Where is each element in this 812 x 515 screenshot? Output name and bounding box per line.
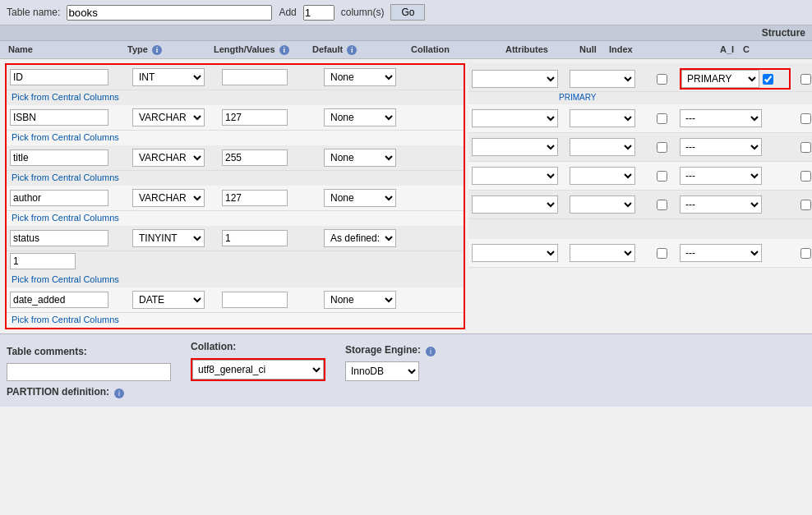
default-info-icon[interactable]: i	[347, 45, 357, 55]
row-date-ai-checkbox[interactable]	[800, 248, 811, 259]
row-isbn-attr-select[interactable]	[570, 109, 635, 127]
row-author-attr-select[interactable]	[570, 167, 635, 185]
row-date-attr-select[interactable]	[570, 244, 635, 262]
row-id-ai-checkbox[interactable]	[763, 74, 773, 85]
row-id-length-input[interactable]	[222, 69, 288, 85]
row-date-index-select[interactable]: ---PRIMARYUNIQUEINDEX	[680, 244, 762, 262]
right-row-author: ---PRIMARYUNIQUEINDEX	[468, 162, 812, 191]
row-id-comments-checkbox[interactable]	[800, 74, 811, 85]
row-status-null-checkbox[interactable]	[657, 200, 667, 210]
table-comments-label: Table comments:	[7, 346, 171, 357]
row-id-attr-select[interactable]	[570, 70, 635, 88]
right-row-isbn-fields: ---PRIMARYUNIQUEINDEX	[468, 104, 812, 133]
right-row-title-fields: ---PRIMARYUNIQUEINDEX	[468, 133, 812, 162]
row-date-null-checkbox[interactable]	[657, 248, 667, 259]
row-id-index-select[interactable]: PRIMARY---UNIQUEINDEX	[681, 70, 759, 88]
row-date-type-select[interactable]: INTVARCHARTINYINTDATE	[132, 291, 205, 309]
row-isbn-collation-select[interactable]	[472, 109, 558, 127]
row-id-collation-select[interactable]	[472, 70, 558, 88]
row-isbn-null-checkbox[interactable]	[657, 113, 667, 124]
row-date-default-select[interactable]: NoneAs defined:NULL	[324, 291, 396, 309]
row-status-name-input[interactable]	[10, 230, 108, 246]
col-header-null: Null	[578, 44, 607, 56]
row-status-length-input[interactable]	[222, 230, 288, 246]
row-author-pick-link[interactable]: Pick from Central Columns	[10, 213, 119, 223]
structure-tab: Structure	[0, 25, 812, 41]
row-date-collation-select[interactable]	[472, 244, 558, 262]
row-isbn-index-select[interactable]: ---PRIMARYUNIQUEINDEX	[680, 109, 762, 127]
row-title-fields: INTVARCHARTINYINTDATE NoneAs defined:NUL…	[7, 145, 464, 171]
table-row: INTVARCHARTINYINTDATE NoneAs defined:NUL…	[7, 65, 464, 105]
row-status-defined-value[interactable]	[10, 253, 76, 269]
row-isbn-name-input[interactable]	[10, 109, 108, 126]
header-area: Table name: Add column(s) Go	[0, 0, 812, 25]
columns-label: column(s)	[341, 7, 385, 18]
collation-select[interactable]: utf8_general_ci utf8_unicode_ci latin1_s…	[192, 360, 324, 379]
collation-label: Collation:	[191, 341, 325, 352]
storage-engine-select[interactable]: InnoDB MyISAM MEMORY	[345, 361, 419, 381]
row-status-pick-link[interactable]: Pick from Central Columns	[10, 274, 119, 284]
row-author-null-checkbox[interactable]	[657, 171, 667, 182]
add-count-input[interactable]	[303, 5, 334, 21]
row-author-pick: Pick from Central Columns	[7, 211, 464, 226]
storage-engine-info-icon[interactable]: i	[426, 347, 436, 356]
row-title-type-select[interactable]: INTVARCHARTINYINTDATE	[132, 149, 205, 167]
add-label: Add	[279, 7, 296, 18]
right-row-id: PRIMARY---UNIQUEINDEX PRIMARY	[468, 63, 812, 104]
row-isbn-fields: INTVARCHARTINYINTDATE NoneAs defined:NUL…	[7, 105, 464, 131]
table-name-input[interactable]	[67, 5, 272, 21]
row-title-ai-checkbox[interactable]	[800, 142, 811, 153]
length-info-icon[interactable]: i	[279, 45, 289, 55]
table-comments-input[interactable]	[7, 363, 171, 381]
row-status-default-select[interactable]: NoneAs defined:NULL	[324, 229, 396, 247]
row-status-type-select[interactable]: INTVARCHARTINYINTDATE	[132, 229, 205, 247]
row-status-index-select[interactable]: ---PRIMARYUNIQUEINDEX	[680, 195, 762, 214]
row-id-pick-link[interactable]: Pick from Central Columns	[10, 92, 119, 102]
row-date-pick-link[interactable]: Pick from Central Columns	[10, 315, 119, 324]
row-isbn-ai-checkbox[interactable]	[800, 113, 811, 124]
row-id-index-wrap: PRIMARY---UNIQUEINDEX	[680, 68, 791, 90]
row-author-name-input[interactable]	[10, 190, 108, 206]
row-author-ai-checkbox[interactable]	[800, 171, 811, 182]
row-title-length-input[interactable]	[222, 149, 288, 166]
col-header-ai: A_I	[718, 44, 741, 56]
row-id-null-checkbox[interactable]	[657, 74, 667, 85]
row-title-collation-select[interactable]	[472, 138, 558, 156]
row-author-default-select[interactable]: NoneAs defined:NULL	[324, 189, 396, 207]
row-status-extra	[7, 251, 464, 273]
col-header-type: Type i	[126, 44, 212, 56]
row-isbn-pick-link[interactable]: Pick from Central Columns	[10, 132, 119, 142]
row-id-type-select[interactable]: INTVARCHARTINYINTDATE	[132, 68, 205, 86]
row-author-index-select[interactable]: ---PRIMARYUNIQUEINDEX	[680, 167, 762, 185]
partition-info-icon[interactable]: i	[114, 389, 124, 398]
row-title-default-select[interactable]: NoneAs defined:NULL	[324, 149, 396, 167]
row-status-collation-select[interactable]	[472, 195, 558, 214]
row-status-attr-select[interactable]	[570, 195, 635, 214]
row-id-default-select[interactable]: NoneAs defined:NULL	[324, 68, 396, 86]
row-title-null-checkbox[interactable]	[657, 142, 667, 153]
row-title-attr-select[interactable]	[570, 138, 635, 156]
row-isbn-length-input[interactable]	[222, 109, 288, 126]
row-title-name-input[interactable]	[10, 149, 108, 166]
bottom-row2: PARTITION definition: i	[7, 386, 805, 400]
row-isbn-type-select[interactable]: INTVARCHARTINYINTDATE	[132, 108, 205, 126]
row-isbn-pick: Pick from Central Columns	[7, 131, 464, 145]
left-columns-panel: INTVARCHARTINYINTDATE NoneAs defined:NUL…	[5, 63, 465, 329]
row-date-length-input[interactable]	[222, 292, 288, 308]
type-info-icon[interactable]: i	[152, 45, 162, 55]
row-author-collation-select[interactable]	[472, 167, 558, 185]
collation-group: Collation: utf8_general_ci utf8_unicode_…	[191, 341, 325, 381]
row-isbn-default-select[interactable]: NoneAs defined:NULL	[324, 108, 396, 126]
row-status-ai-checkbox[interactable]	[800, 200, 811, 210]
row-author-length-input[interactable]	[222, 190, 288, 206]
row-author-type-select[interactable]: INTVARCHARTINYINTDATE	[132, 189, 205, 207]
columns-header-row: Name Type i Length/Values i Default i Co…	[0, 41, 812, 59]
row-date-fields: INTVARCHARTINYINTDATE NoneAs defined:NUL…	[7, 287, 464, 313]
row-title-pick-link[interactable]: Pick from Central Columns	[10, 172, 119, 182]
row-title-index-select[interactable]: ---PRIMARYUNIQUEINDEX	[680, 138, 762, 156]
row-date-name-input[interactable]	[10, 292, 108, 308]
row-id-name-input[interactable]	[10, 69, 108, 85]
go-button[interactable]: Go	[390, 4, 425, 21]
partition-label: PARTITION definition:	[7, 386, 109, 398]
row-status-pick: Pick from Central Columns	[7, 273, 464, 287]
